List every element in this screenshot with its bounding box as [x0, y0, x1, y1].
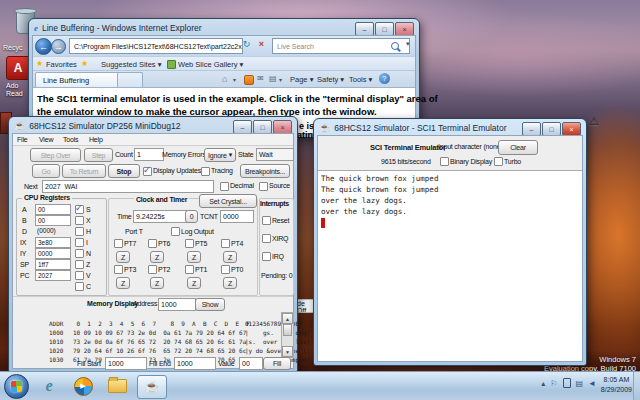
- address-bar[interactable]: C:\Program Files\HCS12Text\68HCS12Text\p…: [69, 38, 243, 54]
- simulator-close-button[interactable]: ×: [273, 120, 292, 134]
- refresh-button[interactable]: ↻: [240, 39, 253, 52]
- register-b-field[interactable]: 00: [35, 215, 71, 226]
- count-field[interactable]: 1: [134, 148, 164, 161]
- search-box[interactable]: Live Search: [272, 38, 410, 54]
- suggested-sites-button[interactable]: Suggested Sites ▾: [101, 60, 161, 69]
- pt5-checkbox[interactable]: [185, 239, 194, 248]
- pt6-checkbox[interactable]: [148, 239, 157, 248]
- pt0-z-button[interactable]: Z: [223, 277, 237, 289]
- register-ix-field[interactable]: 3e80: [35, 237, 71, 248]
- pt0-checkbox[interactable]: [221, 265, 230, 274]
- terminal-titlebar[interactable]: ☕ 68HCS12 Simulator - SCI1 Terminal Emul…: [319, 121, 522, 134]
- ccr-h-checkbox[interactable]: [75, 227, 84, 236]
- taskbar-clock[interactable]: 8:05 AM 8/29/2009: [601, 375, 632, 395]
- stop-button[interactable]: ×: [255, 39, 268, 52]
- next-instruction-field[interactable]: 2027 WAI: [42, 180, 214, 193]
- menu-tools[interactable]: Tools: [63, 136, 78, 143]
- memory-errors-dropdown[interactable]: Ignore▾: [204, 148, 236, 162]
- register-sp-field[interactable]: 1ff7: [35, 259, 71, 270]
- forward-button[interactable]: →: [51, 39, 66, 54]
- memory-address-field[interactable]: 1000: [158, 298, 196, 311]
- feeds-icon[interactable]: [244, 75, 254, 85]
- scroll-up-icon[interactable]: ▲: [282, 313, 293, 324]
- home-dropdown-icon[interactable]: ▾: [233, 76, 236, 83]
- menu-help[interactable]: Help: [89, 136, 103, 143]
- web-slice-gallery-button[interactable]: Web Slice Gallery ▾: [178, 60, 243, 69]
- power-icon[interactable]: [563, 378, 571, 388]
- ie-close-button[interactable]: ×: [395, 22, 414, 36]
- pt4-z-button[interactable]: Z: [223, 251, 237, 263]
- show-desktop-button[interactable]: [633, 372, 640, 400]
- add-favorite-star-icon[interactable]: ★: [81, 59, 88, 68]
- breakpoints-button[interactable]: Breakpoints...: [240, 164, 290, 178]
- memory-show-button[interactable]: Show: [195, 298, 225, 311]
- go-button[interactable]: Go: [32, 164, 60, 178]
- pt1-checkbox[interactable]: [185, 265, 194, 274]
- terminal-minimize-button[interactable]: –: [522, 122, 541, 136]
- action-center-flag-icon[interactable]: ⚐: [550, 379, 557, 388]
- simulator-maximize-button[interactable]: □: [253, 120, 272, 134]
- stop-run-button[interactable]: Stop: [108, 164, 140, 178]
- ccr-z-checkbox[interactable]: [75, 260, 84, 269]
- ccr-v-checkbox[interactable]: [75, 271, 84, 280]
- search-magnifier-icon[interactable]: [391, 42, 399, 50]
- read-mail-icon[interactable]: ✉: [257, 74, 264, 83]
- xirq-checkbox[interactable]: [262, 234, 271, 243]
- fill-start-field[interactable]: 1000: [105, 357, 147, 370]
- pt7-z-button[interactable]: Z: [116, 251, 130, 263]
- fill-end-field[interactable]: 1000: [174, 357, 216, 370]
- favorites-button[interactable]: Favorites: [46, 60, 77, 69]
- network-icon[interactable]: ▤: [576, 379, 584, 388]
- pt6-z-button[interactable]: Z: [150, 251, 164, 263]
- taskbar-explorer-icon[interactable]: [104, 375, 130, 397]
- ie-titlebar[interactable]: e Line Buffering - Windows Internet Expl…: [34, 21, 355, 34]
- tab-line-buffering[interactable]: Line Buffering: [35, 72, 123, 88]
- set-crystal-button[interactable]: Set Crystal...: [199, 194, 257, 208]
- tray-expand-icon[interactable]: ▴: [541, 379, 545, 388]
- print-dropdown-icon[interactable]: ▾: [279, 76, 282, 83]
- help-icon[interactable]: ?: [379, 73, 390, 84]
- scrollbar-thumb[interactable]: [283, 324, 292, 336]
- tracing-checkbox[interactable]: [201, 167, 210, 176]
- register-a-field[interactable]: 00: [35, 204, 71, 215]
- taskbar-ie-icon[interactable]: e: [36, 375, 62, 397]
- menu-file[interactable]: File: [17, 136, 27, 143]
- clear-button[interactable]: Clear: [498, 140, 538, 155]
- pt7-checkbox[interactable]: [114, 239, 123, 248]
- step-button[interactable]: Step: [84, 148, 113, 162]
- source-checkbox[interactable]: [259, 182, 268, 191]
- scroll-down-icon[interactable]: ▼: [282, 346, 293, 357]
- step-over-button[interactable]: Step Over: [30, 148, 81, 162]
- ccr-x-checkbox[interactable]: [75, 216, 84, 225]
- taskbar-media-player-icon[interactable]: ▶: [70, 375, 96, 397]
- ccr-n-checkbox[interactable]: [75, 249, 84, 258]
- menu-view[interactable]: View: [39, 136, 53, 143]
- terminal-close-button[interactable]: ×: [562, 122, 581, 136]
- volume-icon[interactable]: ◄: [588, 379, 596, 388]
- pt2-z-button[interactable]: Z: [150, 277, 164, 289]
- safety-menu-button[interactable]: Safety ▾: [317, 75, 344, 84]
- turbo-checkbox[interactable]: [494, 157, 503, 166]
- pt3-z-button[interactable]: Z: [116, 277, 130, 289]
- taskbar-simulator-app-button[interactable]: ☕: [137, 375, 167, 399]
- search-options-dropdown-icon[interactable]: ▾: [406, 40, 410, 48]
- log-output-checkbox[interactable]: [171, 227, 180, 236]
- tools-menu-button[interactable]: Tools ▾: [349, 75, 372, 84]
- register-iy-field[interactable]: 0000: [35, 248, 71, 259]
- ccr-c-checkbox[interactable]: [75, 282, 84, 291]
- memory-scrollbar[interactable]: ▲ ▼: [281, 312, 294, 358]
- display-updates-checkbox[interactable]: [143, 167, 152, 176]
- time-reset-button[interactable]: 0: [185, 210, 198, 223]
- simulator-minimize-button[interactable]: –: [233, 120, 252, 134]
- fill-value-field[interactable]: 00: [239, 357, 263, 370]
- pt4-checkbox[interactable]: [221, 239, 230, 248]
- pt5-z-button[interactable]: Z: [187, 251, 201, 263]
- irq-checkbox[interactable]: [262, 252, 271, 261]
- new-tab-stub[interactable]: [117, 72, 143, 88]
- binary-display-checkbox[interactable]: [440, 157, 449, 166]
- fill-button[interactable]: Fill: [263, 357, 291, 370]
- pt2-checkbox[interactable]: [148, 265, 157, 274]
- pt1-z-button[interactable]: Z: [187, 277, 201, 289]
- warning-icon[interactable]: ⚠: [589, 115, 599, 128]
- back-button[interactable]: ←: [35, 38, 52, 55]
